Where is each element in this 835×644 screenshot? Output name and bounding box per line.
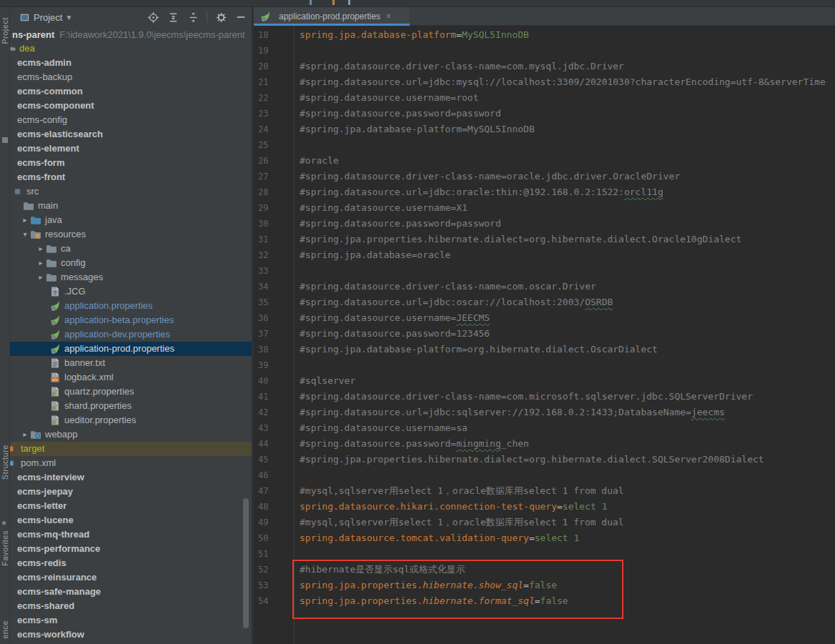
- editor-line[interactable]: 31#spring.jpa.properties.hibernate.diale…: [254, 232, 835, 247]
- tree-item[interactable]: ecms-element: [10, 142, 252, 156]
- tree-item[interactable]: ecms-config: [10, 113, 252, 127]
- editor-line[interactable]: 25: [254, 137, 835, 153]
- tree-item[interactable]: ?.JCG: [10, 284, 252, 299]
- tool-window-icon[interactable]: [2, 137, 8, 143]
- tree-item[interactable]: ▸config: [10, 256, 252, 270]
- chevron-right-icon[interactable]: ▸: [36, 270, 46, 284]
- tree-item[interactable]: ecms-shared: [10, 599, 252, 613]
- settings-gear-icon[interactable]: [214, 11, 227, 24]
- editor-line[interactable]: 24#spring.jpa.database-platform=MySQL5In…: [254, 122, 835, 137]
- editor-line[interactable]: 43#spring.datasource.username=sa: [254, 420, 835, 436]
- tree-item[interactable]: ueditor.properties: [10, 413, 252, 427]
- line-number: 42: [254, 405, 295, 420]
- tree-scrollbar-thumb[interactable]: [243, 498, 249, 628]
- tree-item[interactable]: ▸ca: [10, 242, 252, 256]
- editor-line[interactable]: 20#spring.datasource.driver-class-name=c…: [254, 59, 835, 74]
- tree-item[interactable]: ecms-workflow: [10, 628, 252, 642]
- editor-line[interactable]: 35#spring.datasource.url=jdbc:oscar://lo…: [254, 294, 835, 310]
- stripe-label-structure[interactable]: Structure: [1, 445, 9, 480]
- tree-item[interactable]: target: [10, 442, 252, 456]
- tree-item[interactable]: ecms-sm: [10, 613, 252, 628]
- tree-item[interactable]: dea: [10, 41, 252, 56]
- editor-line[interactable]: 33: [254, 263, 835, 279]
- editor-line[interactable]: 27#spring.datasource.driver-class-name=o…: [254, 169, 835, 184]
- line-number: 39: [254, 357, 295, 373]
- tree-item[interactable]: ecms-mq-thread: [10, 527, 252, 542]
- tree-item[interactable]: ▾resources: [10, 227, 252, 242]
- stripe-label-partial[interactable]: ence: [1, 620, 9, 639]
- editor-line[interactable]: 32#spring.jpa.database=oracle: [254, 247, 835, 263]
- editor-line[interactable]: 42#spring.datasource.url=jdbc:sqlserver:…: [254, 405, 835, 420]
- tree-item[interactable]: ecms-safe-manage: [10, 585, 252, 599]
- project-panel-title[interactable]: Project: [34, 12, 62, 23]
- editor-line[interactable]: 45#spring.jpa.properties.hibernate.diale…: [254, 452, 835, 467]
- stripe-label-favorites[interactable]: Favorites: [1, 530, 9, 566]
- tree-item[interactable]: ecms-performance: [10, 542, 252, 556]
- tree-item[interactable]: shard.properties: [10, 399, 252, 413]
- editor-line[interactable]: 21#spring.datasource.url=jdbc:mysql://lo…: [254, 74, 835, 90]
- editor-line[interactable]: 29#spring.datasource.username=X1: [254, 200, 835, 216]
- editor-line[interactable]: 36#spring.datasource.username=JEECMS: [254, 310, 835, 326]
- tree-item[interactable]: ecms-backup: [10, 70, 252, 84]
- tree-item[interactable]: application-dev.properties: [10, 327, 252, 342]
- editor-line[interactable]: 44#spring.datasource.password=mingming_c…: [254, 436, 835, 452]
- editor-line[interactable]: 34#spring.datasource.driver-class-name=c…: [254, 279, 835, 294]
- tree-item[interactable]: application-prod.properties: [10, 342, 252, 356]
- tree-item[interactable]: main: [10, 199, 252, 213]
- main-toolbar-partial: [0, 0, 835, 7]
- tree-item[interactable]: quartz.properties: [10, 385, 252, 399]
- editor-line[interactable]: 38#spring.jpa.database-platform=org.hibe…: [254, 342, 835, 357]
- chevron-down-icon[interactable]: ▾: [20, 227, 30, 242]
- editor-line[interactable]: 46: [254, 467, 835, 483]
- editor-line[interactable]: 23#spring.datasource.password=password: [254, 106, 835, 122]
- tree-item[interactable]: ecms-component: [10, 99, 252, 113]
- tree-item[interactable]: application-beta.properties: [10, 313, 252, 327]
- editor-line[interactable]: 26#oracle: [254, 153, 835, 169]
- editor-line[interactable]: 22#spring.datasource.username=root: [254, 90, 835, 106]
- chevron-down-icon[interactable]: ▼: [65, 14, 72, 21]
- editor-area[interactable]: 18spring.jpa.database-platform=MySQL5Inn…: [254, 26, 835, 644]
- tree-item[interactable]: <>logback.xml: [10, 370, 252, 385]
- tree-item[interactable]: ecms-elasticsearch: [10, 127, 252, 142]
- tree-item[interactable]: ecms-jeepay: [10, 485, 252, 499]
- editor-line[interactable]: 41#spring.datasource.driver-class-name=c…: [254, 389, 835, 405]
- chevron-right-icon[interactable]: ▸: [20, 427, 30, 442]
- editor-line[interactable]: 39: [254, 357, 835, 373]
- collapse-all-icon[interactable]: [187, 11, 199, 24]
- tree-item[interactable]: ecms-common: [10, 84, 252, 99]
- editor-line[interactable]: 37#spring.datasource.password=123456: [254, 326, 835, 342]
- tree-item[interactable]: ecms-form: [10, 156, 252, 170]
- editor-line[interactable]: 48spring.datasource.hikari.connection-te…: [254, 499, 835, 515]
- stripe-label-project[interactable]: Project: [1, 17, 9, 44]
- chevron-right-icon[interactable]: ▸: [36, 242, 46, 256]
- editor-line[interactable]: 30#spring.datasource.password=password: [254, 216, 835, 232]
- editor-line[interactable]: 49#mysql,sqlserver用select 1，oracle数据库用se…: [254, 515, 835, 530]
- tree-item[interactable]: ▸webapp: [10, 427, 252, 442]
- expand-all-icon[interactable]: [167, 11, 179, 24]
- editor-line[interactable]: 50spring.datasource.tomcat.validation-qu…: [254, 530, 835, 546]
- editor-line[interactable]: 40#sqlserver: [254, 373, 835, 389]
- locate-icon[interactable]: [147, 11, 159, 24]
- editor-line[interactable]: 47#mysql,sqlserver用select 1，oracle数据库用se…: [254, 483, 835, 499]
- tree-item[interactable]: src: [10, 184, 252, 199]
- editor-line[interactable]: 18spring.jpa.database-platform=MySQL5Inn…: [254, 27, 835, 43]
- tree-item[interactable]: ecms-lucene: [10, 513, 252, 527]
- tree-item[interactable]: ecms-admin: [10, 56, 252, 70]
- tree-item[interactable]: ecms-reinsurance: [10, 570, 252, 585]
- tree-item[interactable]: ▸java: [10, 213, 252, 227]
- tree-root-item[interactable]: ns-parentF:\ideawork2021\1.9.0\jeecms\je…: [10, 27, 252, 41]
- tree-item[interactable]: ecms-interview: [10, 470, 252, 485]
- close-icon[interactable]: ×: [386, 11, 391, 21]
- editor-line[interactable]: 28#spring.datasource.url=jdbc:oracle:thi…: [254, 184, 835, 200]
- chevron-right-icon[interactable]: ▸: [20, 213, 30, 227]
- tree-item[interactable]: ecms-front: [10, 170, 252, 184]
- tree-item[interactable]: ecms-redis: [10, 556, 252, 570]
- chevron-right-icon[interactable]: ▸: [36, 256, 46, 270]
- tree-item[interactable]: application.properties: [10, 299, 252, 313]
- editor-line[interactable]: 19: [254, 43, 835, 59]
- tree-item[interactable]: banner.txt: [10, 356, 252, 370]
- hide-panel-icon[interactable]: [234, 11, 247, 24]
- tree-item[interactable]: 1pom.xml: [10, 456, 252, 470]
- tree-item[interactable]: ecms-letter: [10, 499, 252, 513]
- tree-item[interactable]: ▸messages: [10, 270, 252, 284]
